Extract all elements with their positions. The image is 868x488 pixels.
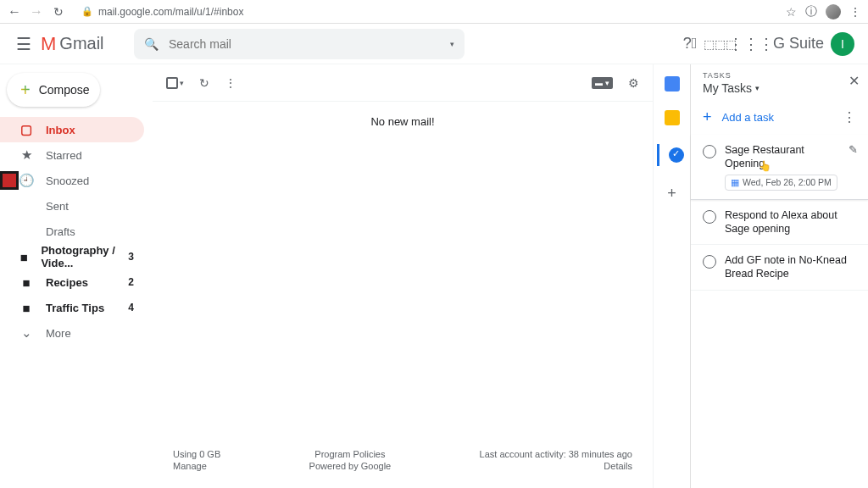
sidebar-item-label: Sent bbox=[46, 200, 69, 213]
footer-policies[interactable]: Program Policies bbox=[309, 449, 392, 459]
search-input[interactable] bbox=[169, 37, 440, 51]
calendar-icon: ▦ bbox=[731, 177, 739, 188]
label-icon: ■ bbox=[19, 250, 29, 264]
search-box[interactable]: 🔍 ▾ bbox=[134, 29, 465, 59]
add-task-label: Add a task bbox=[722, 111, 774, 124]
info-icon[interactable]: ⓘ bbox=[805, 4, 817, 19]
task-complete-circle[interactable] bbox=[703, 255, 716, 269]
tasks-menu-icon[interactable]: ⋮ bbox=[843, 109, 856, 125]
tasks-label: TASKS bbox=[703, 71, 858, 80]
gsuite-label: G Suite bbox=[773, 35, 824, 53]
recording-indicator bbox=[0, 171, 19, 190]
sidebar-item-count: 3 bbox=[128, 251, 134, 263]
inbox-icon: ▢ bbox=[19, 122, 34, 137]
more-icon[interactable]: ⋮ bbox=[225, 76, 236, 90]
sidebar-item-label: Drafts bbox=[46, 225, 75, 238]
gmail-m-icon: M bbox=[41, 33, 56, 55]
checkbox-icon bbox=[166, 77, 178, 89]
clock-icon: 🕘 bbox=[19, 173, 34, 188]
task-item[interactable]: Sage Restaurant Opening ▦ Wed, Feb 26, 2… bbox=[691, 135, 868, 200]
task-title: Add GF note in No-Knead Bread Recipe bbox=[725, 253, 858, 281]
side-rail: + bbox=[653, 64, 690, 488]
select-all-checkbox[interactable]: ▾ bbox=[166, 77, 184, 89]
chevron-down-icon: ⌄ bbox=[19, 325, 34, 341]
mail-toolbar: ▾ ↻ ⋮ ▬▾ ⚙ bbox=[153, 64, 653, 102]
task-title: Respond to Alexa about Sage opening bbox=[725, 208, 858, 236]
keep-icon[interactable] bbox=[665, 110, 680, 125]
compose-button[interactable]: + Compose bbox=[7, 73, 100, 107]
task-title: Sage Restaurant Opening bbox=[725, 143, 840, 171]
footer: Using 0 GB Manage Program Policies Power… bbox=[153, 442, 653, 488]
sidebar-item-more[interactable]: ⌄ More bbox=[0, 320, 144, 346]
task-date-text: Wed, Feb 26, 2:00 PM bbox=[743, 177, 832, 187]
close-icon[interactable]: ✕ bbox=[849, 73, 860, 89]
url-text: mail.google.com/mail/u/1/#inbox bbox=[98, 6, 243, 18]
task-date-chip[interactable]: ▦ Wed, Feb 26, 2:00 PM bbox=[725, 175, 837, 191]
star-icon: ★ bbox=[19, 147, 34, 163]
lock-icon: 🔒 bbox=[81, 6, 93, 17]
calendar-icon[interactable] bbox=[665, 76, 680, 92]
split-pane-button[interactable]: ▬▾ bbox=[592, 77, 613, 89]
task-item[interactable]: Add GF note in No-Knead Bread Recipe bbox=[691, 245, 868, 291]
sidebar-item-label: Inbox bbox=[46, 124, 75, 136]
search-options-icon[interactable]: ▾ bbox=[450, 40, 454, 48]
reload-button[interactable]: ↻ bbox=[51, 5, 66, 19]
settings-icon[interactable]: ⚙ bbox=[628, 76, 639, 90]
gmail-header: ☰ M Gmail 🔍 ▾ ?⃝ ⬚⬚⬚ ⋮⋮⋮ G Suite I bbox=[0, 24, 868, 64]
plus-icon: + bbox=[20, 80, 31, 100]
label-icon: ■ bbox=[19, 275, 34, 290]
footer-storage: Using 0 GB bbox=[173, 449, 220, 459]
footer-manage[interactable]: Manage bbox=[173, 461, 220, 471]
task-item[interactable]: Respond to Alexa about Sage opening bbox=[691, 200, 868, 246]
apps-icon[interactable]: ⋮⋮⋮ bbox=[736, 29, 766, 59]
back-button[interactable]: ← bbox=[7, 4, 22, 19]
sidebar-item-label: Starred bbox=[46, 149, 82, 162]
tasks-list-name: My Tasks bbox=[703, 81, 752, 95]
tasks-list-selector[interactable]: My Tasks ▾ bbox=[703, 81, 858, 95]
chevron-down-icon: ▾ bbox=[755, 84, 760, 92]
gmail-logo[interactable]: M Gmail bbox=[41, 33, 134, 55]
refresh-icon[interactable]: ↻ bbox=[199, 76, 209, 90]
sidebar-label-traffic[interactable]: ■ Traffic Tips 4 bbox=[0, 295, 144, 320]
account-avatar[interactable]: I bbox=[831, 32, 854, 56]
sidebar: + Compose ▢ Inbox ★ Starred 🕘 Snoozed Se… bbox=[0, 64, 153, 488]
plus-icon: + bbox=[703, 108, 712, 126]
footer-activity: Last account activity: 38 minutes ago bbox=[480, 449, 632, 459]
sidebar-item-snoozed[interactable]: 🕘 Snoozed bbox=[0, 168, 144, 193]
forward-button[interactable]: → bbox=[29, 4, 44, 19]
task-complete-circle[interactable] bbox=[703, 145, 716, 158]
tasks-header: TASKS My Tasks ▾ ✕ bbox=[691, 64, 868, 100]
label-icon: ■ bbox=[19, 301, 34, 315]
sidebar-label-recipes[interactable]: ■ Recipes 2 bbox=[0, 269, 144, 295]
sidebar-item-label: Photography / Vide... bbox=[41, 244, 116, 269]
tasks-panel: TASKS My Tasks ▾ ✕ + Add a task ⋮ Sage R… bbox=[690, 64, 868, 488]
add-task-button[interactable]: + Add a task ⋮ bbox=[691, 100, 868, 135]
sidebar-item-count: 2 bbox=[128, 276, 134, 288]
search-icon: 🔍 bbox=[144, 37, 159, 51]
task-complete-circle[interactable] bbox=[703, 210, 716, 224]
sidebar-item-label: Snoozed bbox=[46, 175, 89, 187]
sidebar-item-inbox[interactable]: ▢ Inbox bbox=[0, 117, 144, 142]
chevron-down-icon[interactable]: ▾ bbox=[180, 79, 184, 87]
star-icon[interactable]: ☆ bbox=[786, 5, 797, 19]
sidebar-label-photography[interactable]: ■ Photography / Vide... 3 bbox=[0, 244, 144, 269]
sidebar-item-starred[interactable]: ★ Starred bbox=[0, 142, 144, 168]
add-addon-icon[interactable]: + bbox=[667, 185, 676, 202]
chrome-profile-avatar[interactable] bbox=[826, 4, 841, 19]
browser-toolbar: ← → ↻ 🔒 mail.google.com/mail/u/1/#inbox … bbox=[0, 0, 868, 24]
main-menu-icon[interactable]: ☰ bbox=[7, 34, 41, 54]
sidebar-item-label: Traffic Tips bbox=[46, 302, 104, 314]
sidebar-item-count: 4 bbox=[128, 302, 134, 313]
sidebar-item-sent[interactable]: Sent bbox=[0, 193, 144, 219]
content-area: ▾ ↻ ⋮ ▬▾ ⚙ No new mail! Using 0 GB Manag… bbox=[153, 64, 653, 488]
support-icon[interactable]: ?⃝ bbox=[675, 29, 705, 59]
sidebar-item-label: More bbox=[46, 327, 71, 340]
sidebar-item-drafts[interactable]: Drafts bbox=[0, 219, 144, 244]
gmail-logo-text: Gmail bbox=[59, 34, 103, 53]
sidebar-item-label: Recipes bbox=[46, 276, 88, 289]
chrome-menu-icon[interactable]: ⋮ bbox=[849, 5, 861, 19]
footer-details[interactable]: Details bbox=[480, 461, 632, 471]
tasks-icon[interactable] bbox=[669, 147, 684, 163]
url-bar[interactable]: 🔒 mail.google.com/mail/u/1/#inbox bbox=[73, 6, 779, 18]
edit-icon[interactable]: ✎ bbox=[849, 143, 858, 191]
